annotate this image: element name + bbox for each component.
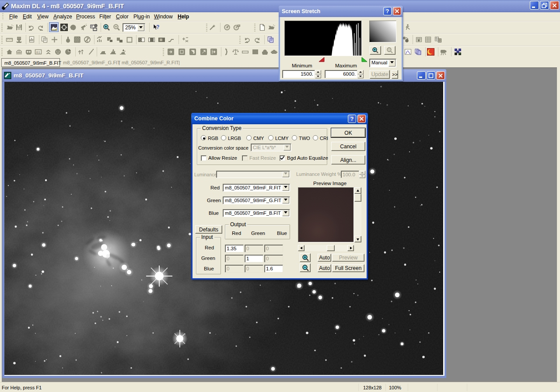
svg-text:01: 01 — [36, 50, 41, 54]
svg-text:?: ? — [156, 24, 159, 30]
